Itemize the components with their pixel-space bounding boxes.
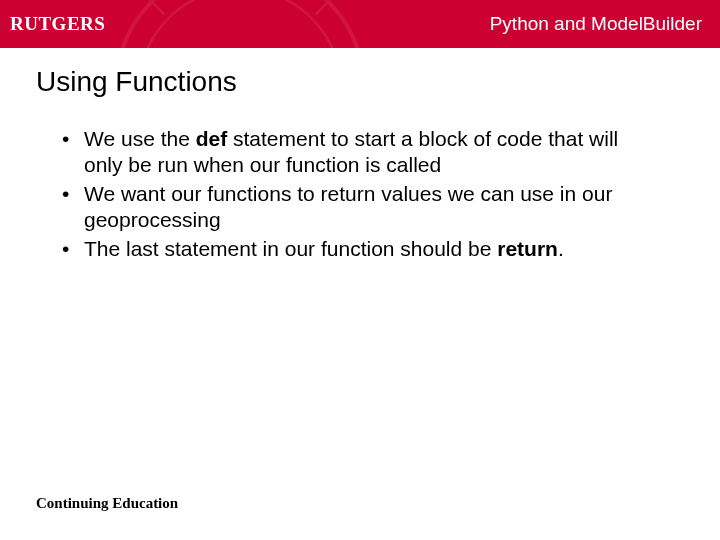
bullet-list: We use the def statement to start a bloc… (60, 126, 660, 262)
bullet-text-bold: def (196, 127, 228, 150)
slide-title: Using Functions (0, 48, 720, 98)
rutgers-logo-text: RUTGERS (10, 13, 105, 35)
svg-line-9 (315, 0, 331, 15)
slide-header: RUTGERS Python and ModelBuilder (0, 0, 720, 48)
bullet-item: The last statement in our function shoul… (60, 236, 660, 262)
bullet-text-post: . (558, 237, 564, 260)
bullet-item: We want our functions to return values w… (60, 181, 660, 232)
bullet-text-pre: We use the (84, 127, 196, 150)
header-title: Python and ModelBuilder (490, 13, 702, 35)
bullet-item: We use the def statement to start a bloc… (60, 126, 660, 177)
bullet-text-pre: We want our functions to return values w… (84, 182, 612, 231)
bullet-text-pre: The last statement in our function shoul… (84, 237, 497, 260)
slide-footer: Continuing Education (36, 495, 178, 512)
slide-content: We use the def statement to start a bloc… (0, 98, 720, 262)
rutgers-logo: RUTGERS (10, 13, 105, 35)
svg-line-6 (149, 0, 165, 15)
bullet-text-bold: return (497, 237, 558, 260)
